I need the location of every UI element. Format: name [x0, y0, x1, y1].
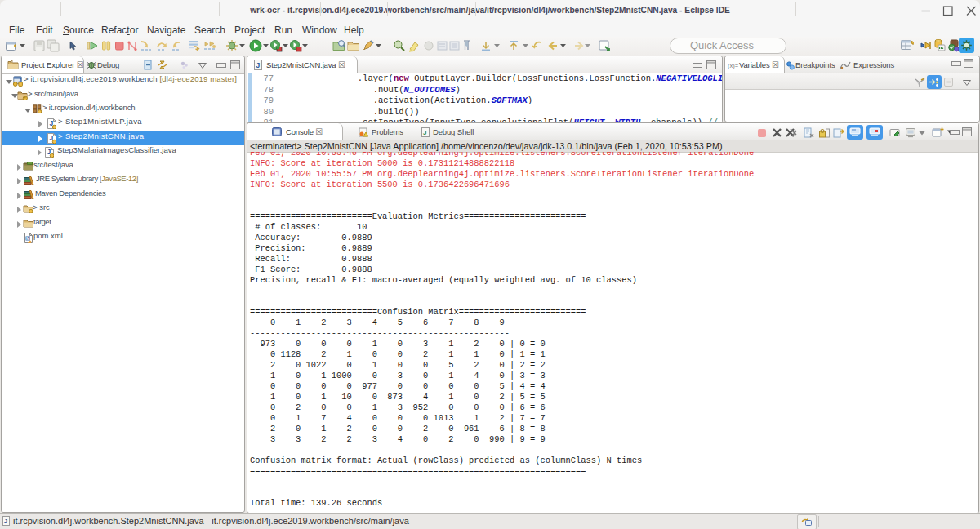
- svg-text:M: M: [26, 236, 30, 241]
- svg-text:J: J: [423, 129, 426, 136]
- svg-text:J: J: [4, 518, 7, 525]
- svg-text:J: J: [256, 61, 260, 69]
